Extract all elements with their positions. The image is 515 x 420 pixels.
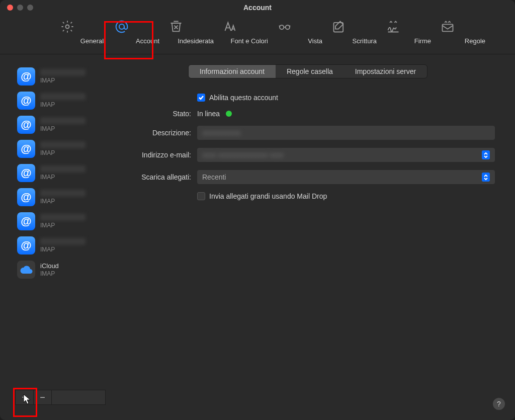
tab-server-settings[interactable]: Impostazioni server (344, 65, 427, 78)
svg-point-1 (119, 24, 124, 29)
account-name (40, 141, 85, 148)
row-email: Indirizzo e-mail: xxxx xxxxxxxxxxxxxx xx… (116, 148, 495, 162)
content: @IMAP@IMAP@IMAP@IMAP@IMAP@IMAP@IMAP@IMAP… (0, 54, 515, 420)
account-item[interactable]: @IMAP (15, 185, 106, 209)
at-icon: @ (17, 236, 35, 255)
at-icon: @ (17, 140, 35, 158)
titlebar: Account (0, 0, 515, 15)
enable-account-label: Abilita questo account (209, 94, 278, 102)
toolbar-label: Regole (410, 37, 485, 45)
account-item[interactable]: iCloudIMAP (15, 258, 106, 282)
description-field[interactable]: xxxxxxxxxxx (197, 126, 495, 140)
account-name (40, 117, 85, 124)
sidebar: @IMAP@IMAP@IMAP@IMAP@IMAP@IMAP@IMAP@IMAP… (15, 64, 106, 405)
account-name (40, 238, 85, 245)
accounts-list: @IMAP@IMAP@IMAP@IMAP@IMAP@IMAP@IMAP@IMAP… (15, 64, 106, 390)
row-description: Descrizione: xxxxxxxxxxx (116, 126, 495, 140)
icloud-icon (17, 261, 35, 279)
traffic-lights (7, 5, 33, 11)
sidebar-footer: + − (15, 390, 106, 405)
row-enable: Abilita questo account (116, 94, 495, 102)
close-window-button[interactable] (7, 5, 13, 11)
row-download: Scarica allegati: Recenti (116, 170, 495, 184)
at-icon: @ (17, 116, 35, 134)
status-label: Stato: (116, 110, 191, 118)
account-type: IMAP (40, 125, 85, 132)
glasses-icon (277, 19, 292, 34)
account-name (40, 214, 85, 221)
account-name (40, 69, 85, 76)
svg-rect-5 (443, 24, 453, 31)
fonts-icon (223, 19, 238, 34)
at-icon: @ (17, 164, 35, 182)
download-dropdown[interactable]: Recenti (197, 170, 495, 184)
main-panel: Informazioni account Regole casella Impo… (116, 64, 500, 405)
at-icon (114, 19, 129, 34)
account-type: IMAP (40, 149, 85, 156)
compose-icon (331, 19, 347, 34)
email-label: Indirizzo e-mail: (116, 151, 191, 159)
account-item[interactable]: @IMAP (15, 64, 106, 89)
account-name (40, 165, 85, 173)
row-status: Stato: In linea (116, 110, 495, 118)
junk-icon (168, 19, 184, 34)
tab-info[interactable]: Informazioni account (189, 65, 276, 78)
enable-account-checkbox[interactable] (197, 94, 205, 102)
toolbar: Generali Account Indesiderata Font e Col… (0, 15, 515, 54)
svg-point-0 (66, 25, 69, 29)
account-item[interactable]: @IMAP (15, 233, 106, 258)
account-type: IMAP (40, 270, 85, 277)
status-value: In linea (197, 110, 220, 118)
account-type: IMAP (40, 101, 85, 108)
account-name (40, 93, 85, 100)
at-icon: @ (17, 212, 35, 230)
account-item[interactable]: @IMAP (15, 209, 106, 233)
maildrop-label: Invia allegati grandi usando Mail Drop (209, 192, 327, 200)
signature-icon (386, 19, 401, 34)
gear-icon (60, 19, 75, 34)
tab-segmented: Informazioni account Regole casella Impo… (188, 64, 427, 78)
account-name: iCloud (40, 262, 85, 269)
download-label: Scarica allegati: (116, 173, 191, 181)
dropdown-arrows-icon (482, 150, 490, 159)
account-item[interactable]: @IMAP (15, 137, 106, 161)
description-label: Descrizione: (116, 129, 191, 137)
account-form: Abilita questo account Stato: In linea D… (116, 78, 500, 200)
svg-point-2 (280, 25, 284, 29)
status-dot-online (226, 111, 232, 117)
account-type: IMAP (40, 246, 85, 253)
minimize-window-button[interactable] (17, 5, 23, 11)
maildrop-checkbox[interactable] (197, 192, 205, 200)
account-type: IMAP (40, 77, 85, 84)
toolbar-rules[interactable]: Regole (424, 19, 471, 45)
at-icon: @ (17, 67, 35, 86)
preferences-window: Account Generali Account Indesiderata Fo… (0, 0, 515, 420)
remove-account-button[interactable]: − (34, 390, 52, 404)
tab-mailbox-rules[interactable]: Regole casella (276, 65, 344, 78)
help-button[interactable]: ? (493, 398, 505, 410)
account-item[interactable]: @IMAP (15, 161, 106, 185)
account-item[interactable]: @IMAP (15, 113, 106, 137)
account-type: IMAP (40, 174, 85, 181)
svg-point-3 (286, 25, 290, 29)
download-value: Recenti (202, 173, 226, 181)
at-icon: @ (17, 92, 35, 110)
account-name (40, 190, 85, 197)
at-icon: @ (17, 188, 35, 206)
account-type: IMAP (40, 222, 85, 229)
window-title: Account (243, 4, 272, 12)
account-item[interactable]: @IMAP (15, 89, 106, 113)
account-type: IMAP (40, 198, 85, 205)
add-account-button[interactable]: + (16, 390, 34, 404)
email-dropdown[interactable]: xxxx xxxxxxxxxxxxxx xxxx (197, 148, 495, 162)
rules-icon (440, 19, 455, 34)
maximize-window-button[interactable] (27, 5, 33, 11)
dropdown-arrows-icon (482, 173, 490, 182)
row-maildrop: Invia allegati grandi usando Mail Drop (116, 192, 495, 200)
